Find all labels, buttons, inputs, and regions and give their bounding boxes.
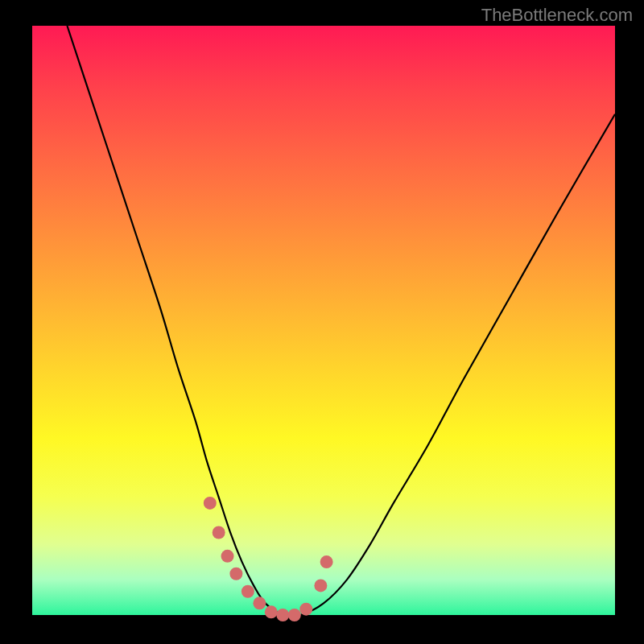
highlight-marker: [299, 603, 312, 616]
highlight-marker: [276, 609, 289, 621]
highlight-marker: [204, 497, 217, 510]
highlight-marker: [265, 605, 278, 618]
highlight-marker: [314, 579, 327, 592]
highlight-marker: [242, 585, 254, 598]
watermark-text: TheBottleneck.com: [481, 5, 633, 26]
highlight-marker: [229, 568, 242, 580]
highlight-marker: [253, 597, 266, 609]
highlight-marker: [288, 609, 301, 621]
bottleneck-chart-svg: [32, 26, 615, 615]
bottleneck-curve-path: [67, 26, 615, 617]
chart-plot-area: [32, 26, 615, 615]
highlight-markers-group: [204, 497, 333, 621]
highlight-marker: [320, 555, 333, 568]
highlight-marker: [213, 526, 225, 539]
highlight-marker: [221, 550, 234, 563]
